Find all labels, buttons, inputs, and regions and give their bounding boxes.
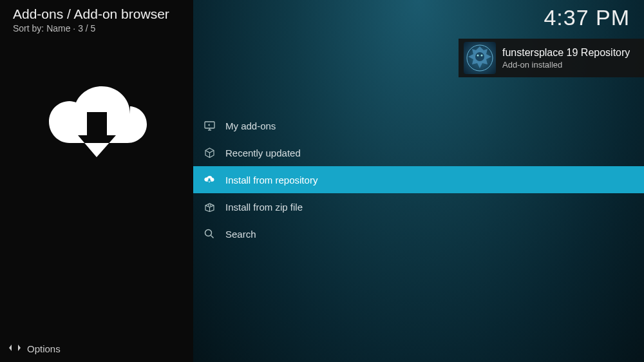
menu-label: Install from zip file xyxy=(225,202,303,213)
svg-point-3 xyxy=(481,55,483,57)
toast-title: funstersplace 19 Repository xyxy=(502,47,630,59)
svg-point-1 xyxy=(475,52,484,61)
menu-item-search[interactable]: Search xyxy=(193,220,644,247)
cloud-download-large-icon xyxy=(0,79,193,172)
toast-subtitle: Add-on installed xyxy=(502,60,630,70)
sort-info: Sort by: Name · 3 / 5 xyxy=(13,23,180,33)
svg-point-9 xyxy=(205,230,212,236)
menu-item-recently-updated[interactable]: Recently updated xyxy=(193,139,644,166)
options-label: Options xyxy=(27,343,61,354)
menu-label: Install from repository xyxy=(225,175,317,186)
svg-line-10 xyxy=(211,236,214,238)
monitor-icon xyxy=(204,120,215,131)
cloud-download-icon xyxy=(204,174,215,186)
svg-point-2 xyxy=(477,55,479,57)
breadcrumb: Add-ons / Add-on browser xyxy=(13,6,180,22)
menu-item-install-repo[interactable]: Install from repository xyxy=(193,166,644,193)
sidebar: Add-ons / Add-on browser Sort by: Name ·… xyxy=(0,0,193,362)
menu-label: My add-ons xyxy=(225,120,276,131)
menu-item-my-addons[interactable]: My add-ons xyxy=(193,112,644,139)
options-icon xyxy=(9,343,21,354)
menu-list: My add-ons Recently updated Install from… xyxy=(193,112,644,247)
toast-text: funstersplace 19 Repository Add-on insta… xyxy=(502,47,630,70)
sidebar-header: Add-ons / Add-on browser Sort by: Name ·… xyxy=(0,0,193,40)
repo-icon xyxy=(464,42,496,74)
box-open-icon xyxy=(204,201,215,213)
menu-item-install-zip[interactable]: Install from zip file xyxy=(193,193,644,220)
clock: 4:37 PM xyxy=(544,5,630,30)
box-icon xyxy=(204,147,215,158)
search-icon xyxy=(204,228,215,240)
menu-label: Search xyxy=(225,229,256,240)
options-button[interactable]: Options xyxy=(9,343,61,354)
main-panel: 4:37 PM funstersplace 19 Repository Add-… xyxy=(193,0,644,362)
install-toast: funstersplace 19 Repository Add-on insta… xyxy=(459,39,644,77)
menu-label: Recently updated xyxy=(225,148,301,158)
